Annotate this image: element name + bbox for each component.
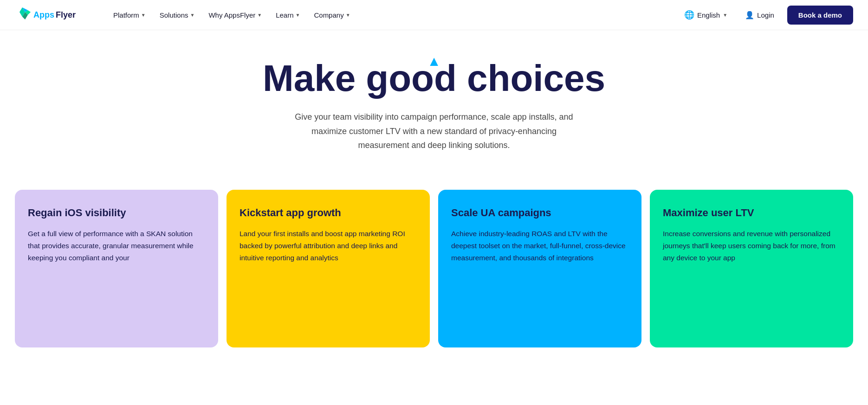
card-regain-ios-title: Regain iOS visibility <box>28 206 205 220</box>
main-nav: Apps Flyer Platform ▼ Solutions ▼ Why Ap… <box>0 0 868 30</box>
person-icon: 👤 <box>745 11 754 19</box>
nav-platform-label: Platform <box>113 11 139 19</box>
login-label: Login <box>757 11 774 19</box>
language-label: English <box>697 11 720 19</box>
nav-learn-label: Learn <box>276 11 293 19</box>
logo[interactable]: Apps Flyer <box>15 6 89 24</box>
card-scale-ua-body: Achieve industry-leading ROAS and LTV wi… <box>451 228 628 264</box>
card-regain-ios: Regain iOS visibility Get a full view of… <box>15 190 218 347</box>
svg-text:Apps: Apps <box>33 10 54 19</box>
card-scale-ua: Scale UA campaigns Achieve industry-lead… <box>438 190 641 347</box>
card-maximize-ltv: Maximize user LTV Increase conversions a… <box>650 190 853 347</box>
hero-section: ▲ Make good choices Give your team visib… <box>0 30 868 167</box>
card-regain-ios-body: Get a full view of performance with a SK… <box>28 228 205 264</box>
login-button[interactable]: 👤 Login <box>739 7 780 23</box>
nav-company-label: Company <box>314 11 343 19</box>
nav-solutions-chevron: ▼ <box>190 13 194 18</box>
nav-platform[interactable]: Platform ▼ <box>108 7 151 23</box>
globe-icon: 🌐 <box>684 10 694 20</box>
language-selector[interactable]: 🌐 English ▼ <box>680 6 732 24</box>
book-demo-button[interactable]: Book a demo <box>787 6 853 25</box>
card-kickstart-title: Kickstart app growth <box>240 206 417 220</box>
language-chevron: ▼ <box>723 13 727 18</box>
nav-why-label: Why AppsFlyer <box>208 11 255 19</box>
feature-cards-section: Regain iOS visibility Get a full view of… <box>0 167 868 347</box>
nav-right: 🌐 English ▼ 👤 Login Book a demo <box>680 6 853 25</box>
nav-company[interactable]: Company ▼ <box>308 7 356 23</box>
nav-learn[interactable]: Learn ▼ <box>270 7 305 23</box>
nav-why-chevron: ▼ <box>257 13 262 18</box>
card-maximize-ltv-body: Increase conversions and revenue with pe… <box>663 228 840 264</box>
nav-why-appsflyer[interactable]: Why AppsFlyer ▼ <box>203 7 267 23</box>
title-arrow-icon: ▲ <box>427 53 441 69</box>
nav-links: Platform ▼ Solutions ▼ Why AppsFlyer ▼ L… <box>108 7 680 23</box>
nav-platform-chevron: ▼ <box>141 13 146 18</box>
nav-company-chevron: ▼ <box>346 13 350 18</box>
hero-title: ▲ Make good choices <box>263 58 605 99</box>
hero-subtitle: Give your team visibility into campaign … <box>285 110 583 153</box>
nav-learn-chevron: ▼ <box>296 13 300 18</box>
card-maximize-ltv-title: Maximize user LTV <box>663 206 840 220</box>
card-kickstart-body: Land your first installs and boost app m… <box>240 228 417 264</box>
svg-text:Flyer: Flyer <box>56 10 76 19</box>
card-scale-ua-title: Scale UA campaigns <box>451 206 628 220</box>
nav-solutions[interactable]: Solutions ▼ <box>154 7 201 23</box>
card-kickstart-growth: Kickstart app growth Land your first ins… <box>227 190 430 347</box>
nav-solutions-label: Solutions <box>160 11 188 19</box>
